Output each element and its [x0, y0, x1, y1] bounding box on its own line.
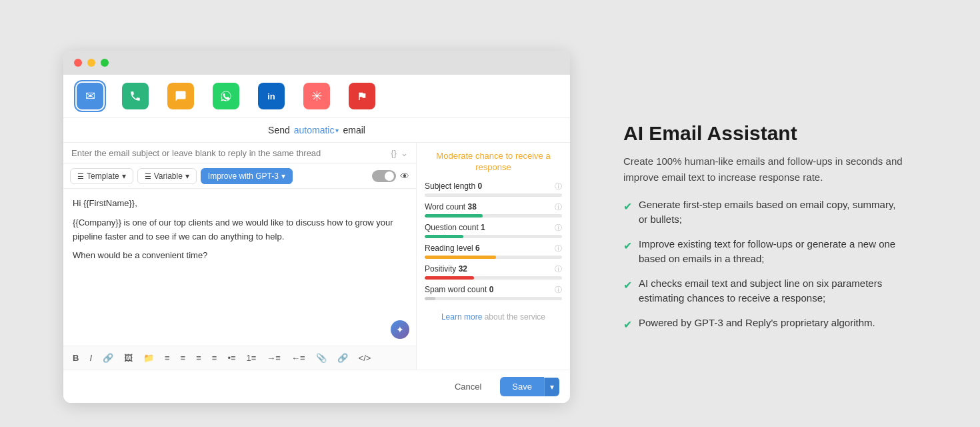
- eye-icon[interactable]: 👁: [400, 171, 409, 181]
- positivity-info-icon[interactable]: ⓘ: [555, 264, 562, 274]
- check-icon-3: ✔: [623, 278, 632, 294]
- check-icon-2: ✔: [623, 238, 632, 254]
- metric-word-count: Word count 38 ⓘ: [425, 202, 562, 218]
- send-mode-button[interactable]: automatic ▾: [294, 125, 339, 135]
- clip-button[interactable]: 📎: [313, 352, 329, 364]
- indent-button[interactable]: →≡: [264, 352, 283, 364]
- browser-window: ✉ in ✳ Send automat: [63, 51, 570, 403]
- learn-more-section: Learn more about the service: [425, 312, 562, 322]
- question-count-track: [425, 235, 562, 238]
- feature-list: ✔ Generate first-step emails based on em…: [623, 197, 903, 333]
- save-button[interactable]: Save: [500, 377, 544, 396]
- email-line1: Hi {{FirstName}},: [73, 197, 407, 211]
- cancel-button[interactable]: Cancel: [443, 377, 493, 396]
- info-title: AI Email Assistant: [623, 121, 903, 145]
- bold-button[interactable]: B: [70, 352, 81, 364]
- reading-level-fill: [425, 256, 496, 259]
- toolbar-bar: ☰ Template ▾ ☰ Variable ▾ Improve with G…: [63, 164, 416, 189]
- template-chevron: ▾: [122, 171, 126, 181]
- info-description: Create 100% human-like emails and follow…: [623, 153, 903, 185]
- channel-flag[interactable]: [349, 83, 375, 109]
- toggle-thumb: [385, 171, 394, 181]
- channel-chat[interactable]: [167, 83, 194, 109]
- feature-item-3: ✔ AI checks email text and subject line …: [623, 276, 903, 306]
- template-button[interactable]: ☰ Template ▾: [70, 168, 133, 184]
- dot-green[interactable]: [101, 59, 109, 67]
- question-count-info-icon[interactable]: ⓘ: [555, 223, 562, 233]
- word-count-info-icon[interactable]: ⓘ: [555, 202, 562, 212]
- metric-positivity: Positivity 32 ⓘ: [425, 264, 562, 280]
- channel-bar: ✉ in ✳: [63, 75, 570, 118]
- link2-button[interactable]: 🔗: [335, 352, 351, 364]
- formatting-bar: B I 🔗 🖼 📁 ≡ ≡ ≡ ≡ •≡ 1≡ →≡ ←≡ 📎: [63, 346, 416, 370]
- braces-icon[interactable]: {}: [391, 148, 397, 158]
- image-button[interactable]: 🖼: [121, 352, 135, 364]
- feature-item-2: ✔ Improve existing text for follow-ups o…: [623, 237, 903, 267]
- channel-asterisk[interactable]: ✳: [303, 83, 330, 109]
- dot-red[interactable]: [74, 59, 82, 67]
- editor-pane: {} ⌄ ☰ Template ▾ ☰ Variable: [63, 143, 417, 370]
- feature-item-1: ✔ Generate first-step emails based on em…: [623, 197, 903, 228]
- email-line3: When would be a convenient time?: [73, 249, 407, 263]
- attachment-button[interactable]: 📁: [141, 352, 157, 364]
- check-icon-1: ✔: [623, 199, 632, 215]
- send-mode-chevron: ▾: [335, 127, 339, 134]
- bottom-bar: Cancel Save ▾: [63, 370, 570, 403]
- variable-button[interactable]: ☰ Variable ▾: [137, 168, 197, 184]
- save-dropdown-button[interactable]: ▾: [544, 378, 559, 396]
- subject-info-icon[interactable]: ⓘ: [555, 181, 562, 191]
- toggle-switch[interactable]: 👁: [372, 170, 409, 182]
- reading-level-track: [425, 256, 562, 259]
- browser-titlebar: [63, 51, 570, 75]
- spam-count-info-icon[interactable]: ⓘ: [555, 285, 562, 295]
- save-button-group: Save ▾: [500, 377, 559, 396]
- align-left-button[interactable]: ≡: [162, 352, 173, 364]
- metric-reading-level: Reading level 6 ⓘ: [425, 244, 562, 259]
- gpt-button[interactable]: Improve with GPT-3 ▾: [201, 168, 293, 184]
- expand-icon[interactable]: ⌄: [401, 148, 408, 158]
- composer-body: {} ⌄ ☰ Template ▾ ☰ Variable: [63, 143, 570, 370]
- channel-email[interactable]: ✉: [77, 83, 103, 109]
- email-text-area[interactable]: Hi {{FirstName}}, {{Company}} is one of …: [63, 189, 416, 346]
- composer: ✉ in ✳ Send automat: [63, 75, 570, 403]
- reading-level-info-icon[interactable]: ⓘ: [555, 244, 562, 254]
- subject-length-track: [425, 193, 562, 197]
- spam-count-fill: [425, 297, 435, 300]
- bullet-list-button[interactable]: •≡: [225, 352, 238, 364]
- outdent-button[interactable]: ←≡: [289, 352, 308, 364]
- template-icon: ☰: [77, 172, 84, 181]
- metric-subject-length: Subject length 0 ⓘ: [425, 181, 562, 197]
- check-icon-4: ✔: [623, 317, 632, 333]
- numbered-list-button[interactable]: 1≡: [244, 352, 259, 364]
- channel-phone[interactable]: [122, 83, 149, 109]
- align-right-button[interactable]: ≡: [193, 352, 204, 364]
- info-panel: AI Email Assistant Create 100% human-lik…: [610, 115, 917, 340]
- screen: ✉ in ✳ Send automat: [13, 13, 967, 427]
- variable-chevron: ▾: [185, 171, 189, 181]
- positivity-track: [425, 276, 562, 280]
- question-count-fill: [425, 235, 463, 238]
- italic-button[interactable]: I: [87, 352, 95, 364]
- align-center-button[interactable]: ≡: [178, 352, 189, 364]
- send-bar: Send automatic ▾ email: [63, 118, 570, 143]
- channel-linkedin[interactable]: in: [258, 83, 285, 109]
- send-prefix: Send: [268, 125, 290, 135]
- word-count-fill: [425, 214, 483, 218]
- link-button[interactable]: 🔗: [100, 352, 116, 364]
- spam-count-track: [425, 297, 562, 300]
- ai-panel: Moderate chance to receive a response Su…: [417, 143, 570, 370]
- code-button[interactable]: </>: [356, 352, 374, 364]
- subject-input[interactable]: [71, 148, 385, 158]
- subject-bar: {} ⌄: [63, 143, 416, 164]
- metric-question-count: Question count 1 ⓘ: [425, 223, 562, 238]
- dot-yellow[interactable]: [87, 59, 95, 67]
- toggle-track[interactable]: [372, 170, 396, 182]
- channel-whatsapp[interactable]: [213, 83, 239, 109]
- feature-item-4: ✔ Powered by GPT-3 and Reply's proprieta…: [623, 316, 903, 333]
- align-justify-button[interactable]: ≡: [209, 352, 220, 364]
- ai-badge[interactable]: ✦: [391, 320, 409, 339]
- ai-header: Moderate chance to receive a response: [425, 151, 562, 173]
- learn-more-link[interactable]: Learn more: [441, 312, 482, 322]
- metric-spam-word-count: Spam word count 0 ⓘ: [425, 285, 562, 300]
- variable-icon: ☰: [145, 172, 151, 181]
